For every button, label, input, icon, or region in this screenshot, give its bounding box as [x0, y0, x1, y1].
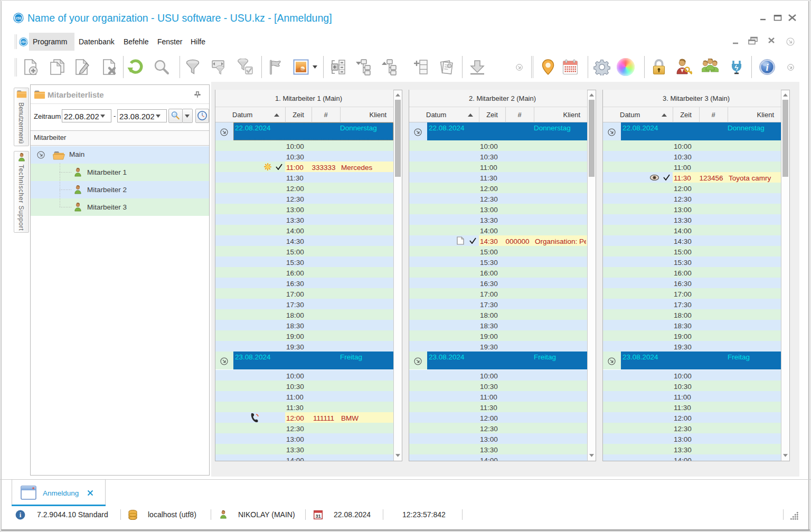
svg-text:USU: USU [14, 16, 23, 21]
svg-text:i: i [766, 62, 768, 73]
svg-text:USU: USU [20, 40, 27, 44]
svg-text:31: 31 [315, 514, 320, 519]
svg-text:i: i [20, 511, 22, 519]
